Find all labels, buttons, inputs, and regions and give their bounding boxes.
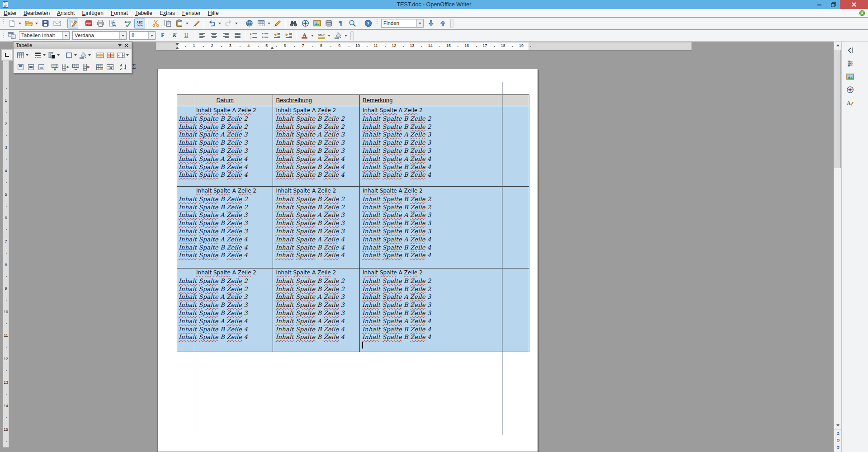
open-button[interactable] bbox=[23, 19, 34, 28]
background-color-button[interactable] bbox=[332, 31, 343, 41]
scroll-down-button[interactable] bbox=[834, 421, 842, 428]
paragraph-style-combo[interactable]: Tabellen Inhalt bbox=[19, 31, 70, 40]
tbl-delete-column-button[interactable] bbox=[81, 62, 91, 72]
tbl-borders-dropdown-button[interactable] bbox=[74, 50, 77, 60]
toolbar-end-handle[interactable] bbox=[350, 31, 354, 40]
paragraph-style-combo-value[interactable]: Tabellen Inhalt bbox=[19, 32, 62, 39]
italic-button[interactable]: K bbox=[169, 31, 180, 41]
menu-fenster[interactable]: Fenster bbox=[179, 9, 204, 17]
gallery-panel-button[interactable] bbox=[845, 71, 855, 81]
tbl-merge-cells-button[interactable] bbox=[95, 51, 105, 60]
table-cell[interactable]: Inhalt Spalte A Zeile 2Inhalt Spalte B Z… bbox=[273, 268, 360, 352]
toolbar-grip[interactable] bbox=[376, 19, 378, 28]
font-color-button[interactable]: A bbox=[299, 31, 310, 41]
panel-close-button[interactable] bbox=[123, 42, 129, 48]
decrease-indent-button[interactable] bbox=[271, 31, 282, 41]
indent-marker[interactable] bbox=[175, 43, 179, 46]
toolbar-grip[interactable] bbox=[2, 19, 4, 28]
numbered-list-button[interactable]: 12 bbox=[248, 31, 259, 41]
tbl-sort-button[interactable]: AZ bbox=[119, 62, 128, 72]
minimize-button[interactable] bbox=[813, 0, 826, 9]
gallery-button[interactable] bbox=[311, 19, 322, 28]
scrollbar-thumb[interactable] bbox=[835, 50, 841, 168]
menu-bearbeiten[interactable]: Bearbeiten bbox=[20, 9, 53, 17]
find-combo[interactable]: Finden bbox=[381, 19, 424, 28]
previous-page-button[interactable] bbox=[834, 429, 842, 437]
next-page-button[interactable] bbox=[834, 444, 842, 451]
save-button[interactable] bbox=[40, 19, 51, 28]
page-preview-button[interactable] bbox=[107, 19, 118, 28]
vertical-scrollbar[interactable] bbox=[834, 42, 841, 452]
format-paintbrush-button[interactable] bbox=[190, 19, 201, 28]
paste-dropdown-button[interactable] bbox=[185, 19, 189, 28]
document-table[interactable]: DatumBeschreibungBemerkungInhalt Spalte … bbox=[177, 94, 529, 352]
draw-functions-button[interactable] bbox=[272, 19, 283, 28]
highlighting-button[interactable]: ab bbox=[316, 31, 326, 41]
table-panel-titlebar[interactable]: Tabelle bbox=[14, 42, 132, 49]
styles-panel-button[interactable]: A bbox=[845, 98, 855, 108]
table-cell[interactable]: Inhalt Spalte A Zeile 2Inhalt Spalte B Z… bbox=[177, 106, 273, 186]
table-header-cell[interactable]: Bemerkung bbox=[360, 95, 529, 106]
styles-window-button[interactable] bbox=[6, 31, 17, 41]
redo-dropdown-button[interactable] bbox=[234, 19, 238, 28]
table-header-cell[interactable]: Beschreibung bbox=[273, 95, 360, 106]
undo-dropdown-button[interactable] bbox=[217, 19, 222, 28]
menu-tabelle[interactable]: Tabelle bbox=[132, 9, 156, 17]
find-combo-dropdown-button[interactable] bbox=[416, 19, 423, 27]
table-header-cell[interactable]: Datum bbox=[177, 95, 273, 106]
menu-einfgen[interactable]: Einfügen bbox=[78, 9, 107, 17]
new-document-button[interactable] bbox=[6, 19, 17, 28]
tbl-properties-button[interactable] bbox=[105, 62, 115, 72]
tbl-table-dropdown-button[interactable] bbox=[26, 50, 28, 60]
bullet-list-button[interactable] bbox=[259, 31, 270, 41]
font-size-combo-dropdown-button[interactable] bbox=[148, 32, 155, 39]
find-down-button[interactable] bbox=[425, 19, 436, 28]
navigator-button[interactable] bbox=[300, 19, 311, 28]
document-page[interactable]: DatumBeschreibungBemerkungInhalt Spalte … bbox=[157, 69, 538, 452]
tbl-table-button[interactable] bbox=[16, 51, 25, 60]
tbl-borders-button[interactable] bbox=[64, 51, 74, 60]
tbl-valign-top-button[interactable] bbox=[16, 62, 25, 72]
tbl-optimize-button[interactable] bbox=[116, 51, 126, 60]
tbl-valign-bottom-button[interactable] bbox=[37, 62, 46, 72]
table-cell[interactable]: Inhalt Spalte A Zeile 2Inhalt Spalte B Z… bbox=[177, 187, 273, 268]
table-cell[interactable]: Inhalt Spalte A Zeile 2Inhalt Spalte B Z… bbox=[360, 187, 529, 268]
align-left-button[interactable] bbox=[197, 31, 208, 41]
find-replace-button[interactable] bbox=[288, 19, 299, 28]
tbl-valign-center-button[interactable] bbox=[26, 62, 36, 72]
formatting-marks-button[interactable]: ¶ bbox=[335, 19, 346, 28]
insert-table-dropdown-button[interactable] bbox=[267, 19, 271, 28]
bold-button[interactable]: F bbox=[157, 31, 168, 41]
edit-file-button[interactable] bbox=[67, 19, 78, 28]
align-center-button[interactable] bbox=[208, 31, 219, 41]
tbl-optimize-dropdown-button[interactable] bbox=[126, 50, 129, 60]
menu-datei[interactable]: Datei bbox=[0, 9, 20, 17]
tbl-line-style-button[interactable] bbox=[33, 51, 42, 60]
toolbar-grip[interactable] bbox=[2, 32, 4, 40]
spellcheck-button[interactable]: ABC bbox=[123, 19, 133, 28]
print-button[interactable] bbox=[95, 19, 106, 28]
insert-table-button[interactable] bbox=[255, 19, 266, 28]
tbl-autoformat-button[interactable] bbox=[95, 62, 104, 72]
find-combo-value[interactable]: Finden bbox=[382, 19, 416, 27]
data-sources-button[interactable] bbox=[323, 19, 334, 28]
table-cell[interactable]: Inhalt Spalte A Zeile 2Inhalt Spalte B Z… bbox=[273, 106, 360, 186]
navigation-button[interactable] bbox=[834, 437, 842, 444]
undo-button[interactable] bbox=[206, 19, 217, 28]
redo-button[interactable] bbox=[223, 19, 234, 28]
tbl-background-dropdown-button[interactable] bbox=[88, 50, 91, 60]
menu-hilfe[interactable]: Hilfe bbox=[204, 9, 222, 17]
export-pdf-button[interactable]: PDF bbox=[83, 19, 94, 28]
font-size-combo-value[interactable]: 8 bbox=[130, 32, 148, 39]
font-name-combo-value[interactable]: Verdana bbox=[73, 32, 119, 39]
menu-format[interactable]: Format bbox=[107, 9, 132, 17]
menu-extras[interactable]: Extras bbox=[156, 9, 179, 17]
copy-button[interactable] bbox=[162, 19, 173, 28]
help-button[interactable]: ? bbox=[363, 19, 373, 28]
scroll-up-button[interactable] bbox=[834, 42, 842, 49]
cut-button[interactable] bbox=[150, 19, 161, 28]
indent-marker[interactable] bbox=[270, 47, 274, 49]
tbl-insert-row-button[interactable] bbox=[50, 62, 60, 72]
update-notification-icon[interactable] bbox=[859, 10, 865, 16]
tbl-sum-button[interactable]: Σ bbox=[129, 62, 139, 72]
